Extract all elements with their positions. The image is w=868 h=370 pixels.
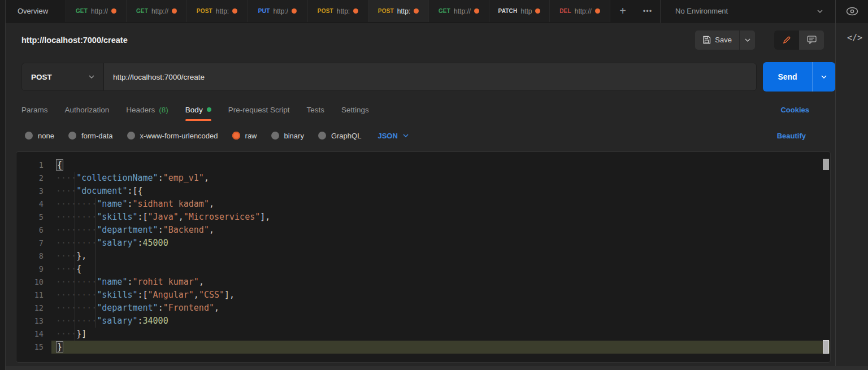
line-number: 11 bbox=[16, 289, 51, 302]
save-button[interactable]: Save bbox=[695, 31, 739, 50]
line-number: 6 bbox=[16, 224, 51, 237]
method-badge: GET bbox=[136, 8, 148, 14]
request-tab-3[interactable]: POSThttp: bbox=[187, 0, 248, 22]
radio-label: raw bbox=[245, 132, 257, 140]
request-tab-8[interactable]: PATCHhttp bbox=[489, 0, 550, 22]
tab-pre-request-script[interactable]: Pre-request Script bbox=[228, 97, 290, 122]
unsaved-dot-icon bbox=[353, 8, 358, 14]
request-tab-4[interactable]: PUThttp:/ bbox=[248, 0, 308, 22]
send-button[interactable]: Send bbox=[763, 62, 812, 92]
editor-scrollbar-thumb[interactable] bbox=[823, 159, 829, 170]
tab-authorization[interactable]: Authorization bbox=[65, 97, 110, 122]
request-tab-7[interactable]: GEThttp:// bbox=[429, 0, 489, 22]
tab-label: http:// bbox=[151, 7, 168, 15]
tab-params[interactable]: Params bbox=[21, 97, 48, 122]
body-code-editor[interactable]: 123456789101112131415 {····"collectionNa… bbox=[16, 151, 831, 363]
code-line-12: ········"department":"Frontend", bbox=[51, 302, 822, 315]
line-number: 13 bbox=[16, 315, 51, 328]
line-number: 1 bbox=[16, 159, 51, 172]
code-line-13: ········"salary":34000 bbox=[51, 315, 822, 328]
tab-tests[interactable]: Tests bbox=[306, 97, 324, 122]
tab-settings[interactable]: Settings bbox=[341, 97, 369, 122]
line-number: 8 bbox=[16, 250, 51, 263]
request-tab-6[interactable]: POSThttp: bbox=[368, 0, 429, 22]
code-line-10: ········"name":"rohit kumar", bbox=[51, 276, 822, 289]
code-line-8: ····}, bbox=[51, 250, 822, 263]
code-line-6: ········"department":"Backend", bbox=[51, 224, 822, 237]
code-line-3: ····"document":[{ bbox=[51, 185, 822, 198]
edit-mode-button[interactable] bbox=[774, 31, 799, 50]
headers-count-badge: (8) bbox=[159, 106, 168, 114]
tab-overview[interactable]: Overview bbox=[0, 0, 66, 22]
unsaved-dot-icon bbox=[111, 8, 116, 14]
unsaved-dot-icon bbox=[232, 8, 237, 14]
request-tab-1[interactable]: GEThttp:// bbox=[66, 0, 127, 22]
tab-label: http: bbox=[337, 7, 350, 15]
save-label: Save bbox=[715, 36, 732, 44]
right-sidebar-rail: </> bbox=[835, 0, 868, 366]
radio-icon bbox=[68, 132, 76, 140]
method-badge: DEL bbox=[559, 8, 571, 14]
body-type-radio-raw[interactable]: raw bbox=[232, 132, 257, 140]
radio-label: binary bbox=[284, 132, 304, 140]
body-type-radio-none[interactable]: none bbox=[25, 132, 54, 140]
comments-button[interactable] bbox=[799, 31, 824, 50]
request-tab-5[interactable]: POSThttp: bbox=[308, 0, 368, 22]
method-badge: POST bbox=[318, 8, 333, 14]
request-tab-2[interactable]: GEThttp:// bbox=[127, 0, 187, 22]
tab-label: Body bbox=[185, 106, 203, 114]
tab-label: http: bbox=[397, 7, 410, 15]
method-select[interactable]: POST bbox=[22, 63, 104, 90]
body-type-row: noneform-datax-www-form-urlencodedrawbin… bbox=[6, 122, 835, 149]
method-selected: POST bbox=[31, 73, 84, 81]
code-line-9: ····{ bbox=[51, 263, 822, 276]
raw-format-select[interactable]: JSON bbox=[377, 132, 408, 140]
url-input[interactable] bbox=[104, 63, 756, 90]
tab-label: Authorization bbox=[65, 106, 110, 114]
request-tab-9[interactable]: DELhttp:// bbox=[550, 0, 610, 22]
body-type-radio-x-www-form-urlencoded[interactable]: x-www-form-urlencoded bbox=[127, 132, 218, 140]
tabbar-right: + ••• No Environment bbox=[610, 0, 868, 22]
code-line-11: ········"skills":["Angular","CSS"], bbox=[51, 289, 822, 302]
method-badge: GET bbox=[439, 8, 450, 14]
code-snippet-icon[interactable]: </> bbox=[847, 33, 862, 43]
tab-headers[interactable]: Headers(8) bbox=[126, 97, 168, 122]
body-type-radio-graphql[interactable]: GraphQL bbox=[318, 132, 361, 140]
url-combo: POST bbox=[21, 63, 757, 91]
body-type-radio-form-data[interactable]: form-data bbox=[68, 132, 113, 140]
radio-label: form-data bbox=[81, 132, 113, 140]
tab-label: http bbox=[520, 7, 532, 15]
save-icon bbox=[702, 36, 711, 44]
tab-body[interactable]: Body bbox=[185, 97, 211, 122]
line-number: 5 bbox=[16, 211, 51, 224]
code-content: {····"collectionName":"emp_v1",····"docu… bbox=[51, 159, 822, 354]
method-badge: POST bbox=[378, 8, 394, 14]
more-options-icon[interactable]: ••• bbox=[635, 7, 660, 15]
editor-cursor-marker[interactable] bbox=[823, 340, 829, 354]
cookies-link[interactable]: Cookies bbox=[780, 106, 809, 114]
save-options-button[interactable] bbox=[739, 31, 755, 50]
chevron-down-icon bbox=[403, 134, 409, 137]
body-type-radio-binary[interactable]: binary bbox=[271, 132, 304, 140]
unsaved-dot-icon bbox=[292, 8, 297, 14]
request-tab-bar: Overview GEThttp://GEThttp://POSThttp:PU… bbox=[0, 0, 868, 23]
line-number: 4 bbox=[16, 198, 51, 211]
line-number: 14 bbox=[16, 328, 51, 341]
radio-label: GraphQL bbox=[331, 132, 361, 140]
line-number: 10 bbox=[16, 276, 51, 289]
code-line-1: { bbox=[51, 159, 822, 172]
tab-label: http:// bbox=[91, 7, 108, 15]
new-tab-button[interactable]: + bbox=[610, 5, 635, 18]
edit-comment-toggle bbox=[774, 31, 824, 50]
tab-label: http:// bbox=[575, 7, 592, 15]
line-number: 15 bbox=[16, 341, 51, 354]
chevron-down-icon bbox=[817, 10, 823, 13]
code-line-2: ····"collectionName":"emp_v1", bbox=[51, 172, 822, 185]
request-builder-row: POST Send bbox=[6, 56, 835, 97]
send-options-button[interactable] bbox=[812, 62, 835, 92]
tab-label: Pre-request Script bbox=[228, 106, 290, 114]
beautify-link[interactable]: Beautify bbox=[777, 132, 806, 140]
chevron-down-icon bbox=[745, 38, 750, 42]
environment-selector[interactable]: No Environment bbox=[661, 7, 835, 15]
radio-icon bbox=[232, 132, 240, 140]
